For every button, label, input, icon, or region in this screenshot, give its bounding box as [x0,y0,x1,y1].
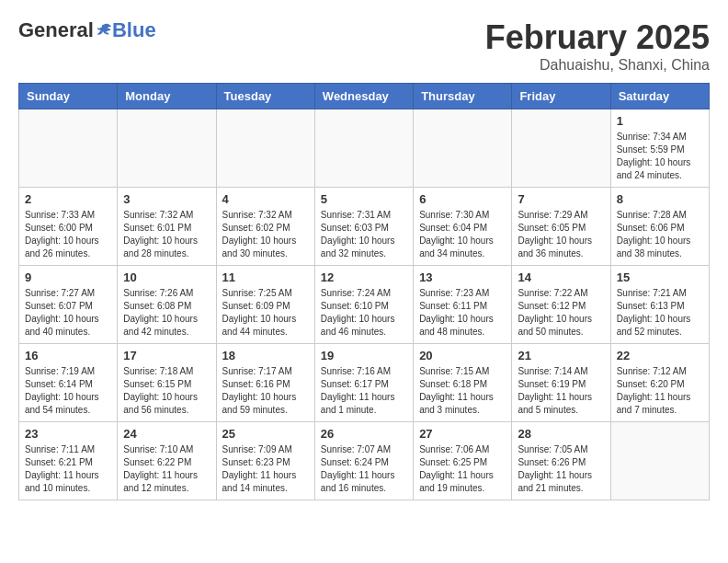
day-info: Sunrise: 7:22 AMSunset: 6:12 PMDaylight:… [518,287,604,339]
day-info: Sunrise: 7:28 AMSunset: 6:06 PMDaylight:… [617,209,703,260]
calendar-cell: 28Sunrise: 7:05 AMSunset: 6:26 PMDayligh… [512,422,610,500]
day-info: Sunrise: 7:29 AMSunset: 6:05 PMDaylight:… [518,209,604,260]
month-title: February 2025 [485,18,710,57]
calendar-cell: 8Sunrise: 7:28 AMSunset: 6:06 PMDaylight… [610,188,709,266]
calendar-cell: 11Sunrise: 7:25 AMSunset: 6:09 PMDayligh… [216,266,314,344]
day-info: Sunrise: 7:26 AMSunset: 6:08 PMDaylight:… [123,287,210,339]
day-number: 3 [123,192,210,206]
week-row-1: 1Sunrise: 7:34 AMSunset: 5:59 PMDaylight… [19,109,710,188]
location-text: Dahuaishu, Shanxi, China [485,57,710,74]
day-number: 7 [518,192,604,206]
logo-general-text: General [18,18,94,42]
calendar-cell: 21Sunrise: 7:14 AMSunset: 6:19 PMDayligh… [512,344,610,422]
calendar-cell: 5Sunrise: 7:31 AMSunset: 6:03 PMDaylight… [314,188,413,266]
calendar-cell: 14Sunrise: 7:22 AMSunset: 6:12 PMDayligh… [512,266,610,344]
day-info: Sunrise: 7:19 AMSunset: 6:14 PMDaylight:… [25,365,111,417]
day-number: 16 [25,349,111,362]
day-number: 2 [25,192,111,206]
day-number: 9 [25,270,111,284]
day-info: Sunrise: 7:34 AMSunset: 5:59 PMDaylight:… [617,131,703,182]
week-row-2: 2Sunrise: 7:33 AMSunset: 6:00 PMDaylight… [19,188,710,266]
calendar-cell: 18Sunrise: 7:17 AMSunset: 6:16 PMDayligh… [216,344,314,422]
day-number: 18 [222,349,309,362]
day-number: 11 [222,270,309,284]
day-info: Sunrise: 7:27 AMSunset: 6:07 PMDaylight:… [25,287,111,339]
calendar-cell: 17Sunrise: 7:18 AMSunset: 6:15 PMDayligh… [118,344,216,422]
calendar-cell [610,422,709,500]
day-info: Sunrise: 7:31 AMSunset: 6:03 PMDaylight:… [321,209,407,260]
day-number: 1 [617,114,703,128]
calendar-header-saturday: Saturday [610,84,709,109]
day-info: Sunrise: 7:07 AMSunset: 6:24 PMDaylight:… [321,443,407,495]
calendar-cell [216,109,314,188]
calendar-table: SundayMondayTuesdayWednesdayThursdayFrid… [18,83,710,500]
calendar-cell: 4Sunrise: 7:32 AMSunset: 6:02 PMDaylight… [216,188,314,266]
day-number: 4 [222,192,309,206]
day-info: Sunrise: 7:30 AMSunset: 6:04 PMDaylight:… [419,209,506,260]
logo-blue-text: Blue [112,18,156,42]
calendar-cell: 12Sunrise: 7:24 AMSunset: 6:10 PMDayligh… [314,266,413,344]
day-info: Sunrise: 7:05 AMSunset: 6:26 PMDaylight:… [518,443,604,495]
calendar-cell: 27Sunrise: 7:06 AMSunset: 6:25 PMDayligh… [414,422,512,500]
calendar-cell [414,109,512,188]
day-info: Sunrise: 7:32 AMSunset: 6:02 PMDaylight:… [222,209,309,260]
calendar-cell: 2Sunrise: 7:33 AMSunset: 6:00 PMDaylight… [19,188,118,266]
calendar-header-monday: Monday [118,84,216,109]
day-info: Sunrise: 7:25 AMSunset: 6:09 PMDaylight:… [222,287,309,339]
calendar-cell: 13Sunrise: 7:23 AMSunset: 6:11 PMDayligh… [414,266,512,344]
calendar-cell: 3Sunrise: 7:32 AMSunset: 6:01 PMDaylight… [118,188,216,266]
calendar-cell: 19Sunrise: 7:16 AMSunset: 6:17 PMDayligh… [314,344,413,422]
day-number: 24 [123,427,210,441]
day-info: Sunrise: 7:17 AMSunset: 6:16 PMDaylight:… [222,365,309,417]
day-info: Sunrise: 7:33 AMSunset: 6:00 PMDaylight:… [25,209,111,260]
calendar-cell [314,109,413,188]
day-info: Sunrise: 7:18 AMSunset: 6:15 PMDaylight:… [123,365,210,417]
day-info: Sunrise: 7:23 AMSunset: 6:11 PMDaylight:… [419,287,506,339]
day-number: 28 [518,427,604,441]
day-number: 25 [222,427,309,441]
day-number: 17 [123,349,210,362]
day-number: 5 [321,192,407,206]
calendar-cell: 15Sunrise: 7:21 AMSunset: 6:13 PMDayligh… [610,266,709,344]
day-number: 19 [321,349,407,362]
calendar-cell: 10Sunrise: 7:26 AMSunset: 6:08 PMDayligh… [118,266,216,344]
day-info: Sunrise: 7:10 AMSunset: 6:22 PMDaylight:… [123,443,210,495]
calendar-header-wednesday: Wednesday [314,84,413,109]
calendar-cell: 6Sunrise: 7:30 AMSunset: 6:04 PMDaylight… [414,188,512,266]
calendar-cell [118,109,216,188]
calendar-header-row: SundayMondayTuesdayWednesdayThursdayFrid… [19,84,710,109]
calendar-cell: 7Sunrise: 7:29 AMSunset: 6:05 PMDaylight… [512,188,610,266]
logo-bird-icon [96,22,112,39]
day-number: 15 [617,270,703,284]
week-row-4: 16Sunrise: 7:19 AMSunset: 6:14 PMDayligh… [19,344,710,422]
calendar-cell [19,109,118,188]
calendar-cell: 1Sunrise: 7:34 AMSunset: 5:59 PMDaylight… [610,109,709,188]
day-number: 6 [419,192,506,206]
calendar-header-sunday: Sunday [19,84,118,109]
day-info: Sunrise: 7:09 AMSunset: 6:23 PMDaylight:… [222,443,309,495]
day-number: 13 [419,270,506,284]
day-info: Sunrise: 7:12 AMSunset: 6:20 PMDaylight:… [617,365,703,417]
day-info: Sunrise: 7:14 AMSunset: 6:19 PMDaylight:… [518,365,604,417]
day-info: Sunrise: 7:11 AMSunset: 6:21 PMDaylight:… [25,443,111,495]
day-info: Sunrise: 7:16 AMSunset: 6:17 PMDaylight:… [321,365,407,417]
day-info: Sunrise: 7:06 AMSunset: 6:25 PMDaylight:… [419,443,506,495]
calendar-cell: 16Sunrise: 7:19 AMSunset: 6:14 PMDayligh… [19,344,118,422]
week-row-3: 9Sunrise: 7:27 AMSunset: 6:07 PMDaylight… [19,266,710,344]
day-info: Sunrise: 7:32 AMSunset: 6:01 PMDaylight:… [123,209,210,260]
calendar-cell: 22Sunrise: 7:12 AMSunset: 6:20 PMDayligh… [610,344,709,422]
calendar-cell: 9Sunrise: 7:27 AMSunset: 6:07 PMDaylight… [19,266,118,344]
calendar-cell: 20Sunrise: 7:15 AMSunset: 6:18 PMDayligh… [414,344,512,422]
calendar-header-tuesday: Tuesday [216,84,314,109]
day-number: 23 [25,427,111,441]
day-number: 12 [321,270,407,284]
day-number: 21 [518,349,604,362]
calendar-cell: 24Sunrise: 7:10 AMSunset: 6:22 PMDayligh… [118,422,216,500]
week-row-5: 23Sunrise: 7:11 AMSunset: 6:21 PMDayligh… [19,422,710,500]
page-header: General Blue February 2025 Dahuaishu, Sh… [18,18,710,74]
logo: General Blue [18,18,156,42]
day-info: Sunrise: 7:24 AMSunset: 6:10 PMDaylight:… [321,287,407,339]
calendar-cell: 26Sunrise: 7:07 AMSunset: 6:24 PMDayligh… [314,422,413,500]
day-number: 27 [419,427,506,441]
day-number: 14 [518,270,604,284]
